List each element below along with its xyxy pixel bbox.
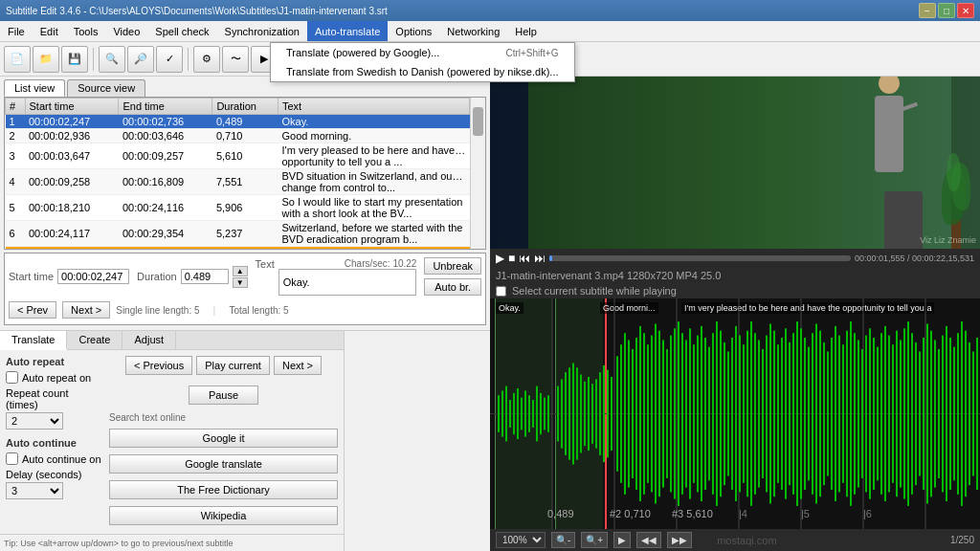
wikipedia-button[interactable]: Wikipedia — [109, 506, 338, 525]
cell-dur: 0,489 — [212, 115, 278, 129]
menu-autotranslate[interactable]: Auto-translate — [307, 21, 388, 41]
svg-rect-124 — [946, 326, 947, 501]
delay-select[interactable]: 3125 — [6, 482, 63, 499]
menu-options[interactable]: Options — [388, 21, 439, 41]
edit-fields: Start time Duration ▲ ▼ Text Chars/sec: … — [9, 257, 481, 296]
svg-rect-64 — [716, 321, 718, 506]
play-pause-button[interactable]: ▶ — [496, 252, 504, 265]
start-time-input[interactable] — [57, 269, 129, 284]
table-row[interactable]: 3 00:00:03,647 00:00:09,257 5,610 I'm ve… — [6, 143, 470, 169]
menu-networking[interactable]: Networking — [439, 21, 507, 41]
waveform-area: Select current subtitle while playing Ok… — [490, 283, 980, 551]
waveform-button[interactable]: 〜 — [222, 46, 249, 73]
translate-nikse-item[interactable]: Translate from Swedish to Danish (powere… — [271, 62, 574, 81]
maximize-button[interactable]: □ — [938, 3, 955, 18]
svg-rect-89 — [812, 333, 813, 495]
auto-br-button[interactable]: Auto br. — [424, 278, 481, 296]
tab-adjust[interactable]: Adjust — [122, 331, 176, 349]
tab-translate[interactable]: Translate — [0, 331, 67, 350]
findreplace-button[interactable]: 🔎 — [127, 46, 154, 73]
svg-rect-116 — [915, 342, 917, 485]
delay-label: Delay (seconds) — [6, 469, 101, 480]
free-dict-button[interactable]: The Free Dictionary — [109, 480, 338, 499]
zoom-select[interactable]: 100% 50% 200% — [496, 532, 546, 548]
dur-down[interactable]: ▼ — [233, 277, 248, 288]
svg-rect-113 — [903, 328, 905, 498]
close-button[interactable]: ✕ — [957, 3, 974, 18]
zoom-in-button[interactable]: 🔍+ — [581, 532, 608, 548]
table-row[interactable]: 5 00:00:18,210 00:00:24,116 5,906 So I w… — [6, 195, 470, 221]
open-button[interactable]: 📁 — [33, 46, 59, 73]
duration-input[interactable] — [181, 269, 229, 284]
google-translate-button[interactable]: Google translate — [109, 454, 338, 474]
menu-tools[interactable]: Tools — [66, 21, 106, 41]
cell-num: 5 — [6, 195, 26, 221]
minimize-button[interactable]: − — [919, 3, 936, 18]
svg-rect-34 — [599, 372, 601, 455]
svg-rect-85 — [796, 321, 798, 506]
repeat-count-select[interactable]: 2345 — [6, 412, 63, 430]
svg-rect-106 — [877, 347, 879, 481]
svg-text:#2 0,710: #2 0,710 — [610, 508, 651, 519]
cell-start: 00:00:18,210 — [25, 195, 119, 221]
text-input[interactable] — [278, 269, 417, 296]
new-button[interactable]: 📄 — [4, 46, 31, 73]
svg-rect-71 — [743, 344, 745, 483]
scroll-left-button[interactable]: ◀◀ — [636, 532, 661, 548]
cell-text: I'm very pleased to be here and have the… — [278, 143, 470, 169]
table-row[interactable]: 1 00:00:02,247 00:00:02,736 0,489 Okay. — [6, 115, 470, 129]
svg-rect-97 — [842, 344, 844, 483]
table-row[interactable]: 2 00:00:02,936 00:00:03,646 0,710 Good m… — [6, 129, 470, 143]
zoom-out-button[interactable]: 🔍- — [551, 532, 575, 548]
menu-edit[interactable]: Edit — [33, 21, 66, 41]
stop-button[interactable]: ■ — [508, 252, 515, 265]
unbreak-button[interactable]: Unbreak — [424, 257, 481, 275]
tab-sourceview[interactable]: Source view — [67, 79, 145, 97]
svg-rect-36 — [607, 370, 609, 458]
dur-up[interactable]: ▲ — [233, 266, 248, 276]
translate-google-item[interactable]: Translate (powered by Google)... Ctrl+Sh… — [271, 43, 574, 62]
google-it-button[interactable]: Google it — [109, 429, 338, 448]
auto-continue-checkbox[interactable] — [6, 452, 18, 465]
select-subtitle-checkbox[interactable] — [496, 286, 506, 297]
next-nav-button[interactable]: Next > — [274, 356, 322, 375]
auto-repeat-checkbox[interactable] — [6, 371, 18, 384]
tab-create[interactable]: Create — [67, 331, 122, 349]
spellcheck-button[interactable]: ✓ — [156, 46, 183, 73]
progress-bar[interactable] — [549, 255, 851, 261]
menu-spellcheck[interactable]: Spell check — [147, 21, 216, 41]
settings-button[interactable]: ⚙ — [193, 46, 220, 73]
svg-rect-30 — [584, 382, 586, 446]
svg-rect-129 — [965, 331, 967, 497]
next-frame-button[interactable]: ⏭ — [534, 252, 546, 265]
menu-help[interactable]: Help — [507, 21, 545, 41]
svg-rect-39 — [620, 344, 622, 483]
pause-button[interactable]: Pause — [189, 386, 258, 405]
cell-end: 00:00:02,736 — [119, 115, 212, 129]
menu-file[interactable]: File — [0, 21, 33, 41]
save-button[interactable]: 💾 — [61, 46, 88, 73]
start-time-label: Start time — [9, 271, 54, 282]
scroll-right-button[interactable]: ▶▶ — [667, 532, 692, 548]
table-row[interactable]: 4 00:00:09,258 00:00:16,809 7,551 BVD si… — [6, 169, 470, 195]
find-button[interactable]: 🔍 — [99, 46, 125, 73]
prev-button[interactable]: < Prev — [9, 301, 56, 319]
prev-frame-button[interactable]: ⏮ — [519, 252, 530, 265]
tab-listview[interactable]: List view — [4, 79, 65, 97]
svg-rect-103 — [865, 336, 867, 493]
menu-synchronization[interactable]: Synchronization — [217, 21, 307, 41]
auto-continue-label: Auto continue — [6, 437, 101, 449]
table-row[interactable]: 7 00:00:29,355 00:00:35,635 6,280 So the… — [6, 247, 470, 250]
translate-google-label: Translate (powered by Google)... — [286, 47, 439, 58]
svg-rect-132 — [976, 338, 978, 490]
next-button[interactable]: Next > — [62, 301, 110, 319]
table-row[interactable]: 6 00:00:24,117 00:00:29,354 5,237 Switze… — [6, 221, 470, 247]
table-scrollbar[interactable] — [470, 98, 485, 249]
svg-rect-127 — [957, 333, 959, 495]
previous-button[interactable]: < Previous — [125, 356, 192, 375]
svg-rect-16 — [524, 390, 526, 436]
play-current-button[interactable]: Play current — [196, 356, 270, 375]
subtitle-table: # Start time End time Duration Text 1 00… — [4, 97, 486, 250]
play-waveform-button[interactable]: ▶ — [613, 532, 631, 548]
menu-video[interactable]: Video — [105, 21, 147, 41]
